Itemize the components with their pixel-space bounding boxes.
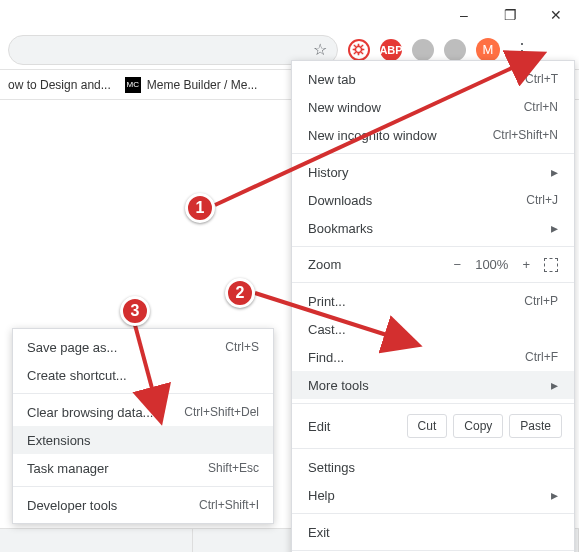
- separator: [292, 448, 574, 449]
- chrome-menu: New tabCtrl+T New windowCtrl+N New incog…: [291, 60, 575, 552]
- menu-new-tab[interactable]: New tabCtrl+T: [292, 65, 574, 93]
- menu-new-window-shortcut: Ctrl+N: [524, 100, 558, 114]
- menu-incognito-label: New incognito window: [308, 128, 493, 143]
- address-bar[interactable]: ☆: [8, 35, 338, 65]
- menu-find-label: Find...: [308, 350, 525, 365]
- window-controls: – ❐ ✕: [441, 0, 579, 30]
- menu-exit-label: Exit: [308, 525, 558, 540]
- menu-print-shortcut: Ctrl+P: [524, 294, 558, 308]
- bookmark-2-label: Meme Builder / Me...: [147, 78, 258, 92]
- menu-more-tools[interactable]: More tools▸: [292, 371, 574, 399]
- separator: [292, 153, 574, 154]
- menu-cast-label: Cast...: [308, 322, 558, 337]
- menu-zoom: Zoom − 100% +: [292, 251, 574, 278]
- menu-new-tab-shortcut: Ctrl+T: [525, 72, 558, 86]
- submenu-dev-label: Developer tools: [27, 498, 199, 513]
- menu-find-shortcut: Ctrl+F: [525, 350, 558, 364]
- separator: [292, 403, 574, 404]
- submenu-arrow-icon: ▸: [551, 164, 558, 180]
- submenu-save-label: Save page as...: [27, 340, 225, 355]
- annotation-badge-3: 3: [120, 296, 150, 326]
- menu-history[interactable]: History▸: [292, 158, 574, 186]
- menu-help[interactable]: Help▸: [292, 481, 574, 509]
- bookmark-1-label: ow to Design and...: [8, 78, 111, 92]
- zoom-value: 100%: [475, 257, 508, 272]
- menu-exit[interactable]: Exit: [292, 518, 574, 546]
- menu-downloads[interactable]: DownloadsCtrl+J: [292, 186, 574, 214]
- submenu-arrow-icon: ▸: [551, 220, 558, 236]
- more-tools-submenu: Save page as...Ctrl+S Create shortcut...…: [12, 328, 274, 524]
- menu-new-tab-label: New tab: [308, 72, 525, 87]
- submenu-task-manager[interactable]: Task managerShift+Esc: [13, 454, 273, 482]
- menu-incognito-shortcut: Ctrl+Shift+N: [493, 128, 558, 142]
- extension-icon-4[interactable]: [444, 39, 466, 61]
- submenu-task-shortcut: Shift+Esc: [208, 461, 259, 475]
- ublock-icon[interactable]: ⛭: [348, 39, 370, 61]
- menu-edit: Edit Cut Copy Paste: [292, 408, 574, 444]
- separator: [292, 513, 574, 514]
- annotation-badge-2: 2: [225, 278, 255, 308]
- maximize-button[interactable]: ❐: [487, 0, 533, 30]
- menu-edit-label: Edit: [304, 419, 401, 434]
- menu-help-label: Help: [308, 488, 551, 503]
- menu-bookmarks[interactable]: Bookmarks▸: [292, 214, 574, 242]
- submenu-clear-data[interactable]: Clear browsing data...Ctrl+Shift+Del: [13, 398, 273, 426]
- submenu-shortcut-label: Create shortcut...: [27, 368, 259, 383]
- separator: [292, 246, 574, 247]
- menu-downloads-shortcut: Ctrl+J: [526, 193, 558, 207]
- menu-zoom-label: Zoom: [308, 257, 442, 272]
- profile-avatar[interactable]: M: [476, 38, 500, 62]
- cut-button[interactable]: Cut: [407, 414, 448, 438]
- bookmark-star-icon[interactable]: ☆: [313, 40, 327, 59]
- fullscreen-icon[interactable]: [544, 258, 558, 272]
- submenu-arrow-icon: ▸: [551, 487, 558, 503]
- extension-icons: ⛭ ABP M ⋮: [348, 38, 534, 62]
- menu-print-label: Print...: [308, 294, 524, 309]
- submenu-arrow-icon: ▸: [551, 377, 558, 393]
- submenu-task-label: Task manager: [27, 461, 208, 476]
- submenu-create-shortcut[interactable]: Create shortcut...: [13, 361, 273, 389]
- menu-kebab-icon[interactable]: ⋮: [510, 39, 534, 61]
- bookmark-2[interactable]: MC Meme Builder / Me...: [125, 77, 258, 93]
- abp-icon[interactable]: ABP: [380, 39, 402, 61]
- menu-incognito[interactable]: New incognito windowCtrl+Shift+N: [292, 121, 574, 149]
- menu-print[interactable]: Print...Ctrl+P: [292, 287, 574, 315]
- menu-new-window[interactable]: New windowCtrl+N: [292, 93, 574, 121]
- menu-downloads-label: Downloads: [308, 193, 526, 208]
- submenu-dev-shortcut: Ctrl+Shift+I: [199, 498, 259, 512]
- submenu-clear-shortcut: Ctrl+Shift+Del: [184, 405, 259, 419]
- zoom-out-button[interactable]: −: [454, 257, 462, 272]
- menu-bookmarks-label: Bookmarks: [308, 221, 551, 236]
- annotation-badge-1: 1: [185, 193, 215, 223]
- menu-settings[interactable]: Settings: [292, 453, 574, 481]
- separator: [292, 550, 574, 551]
- zoom-in-button[interactable]: +: [522, 257, 530, 272]
- copy-button[interactable]: Copy: [453, 414, 503, 438]
- submenu-extensions[interactable]: Extensions: [13, 426, 273, 454]
- submenu-clear-label: Clear browsing data...: [27, 405, 184, 420]
- paste-button[interactable]: Paste: [509, 414, 562, 438]
- minimize-button[interactable]: –: [441, 0, 487, 30]
- separator: [292, 282, 574, 283]
- menu-cast[interactable]: Cast...: [292, 315, 574, 343]
- menu-history-label: History: [308, 165, 551, 180]
- bookmark-2-favicon: MC: [125, 77, 141, 93]
- close-button[interactable]: ✕: [533, 0, 579, 30]
- submenu-extensions-label: Extensions: [27, 433, 259, 448]
- extension-icon-3[interactable]: [412, 39, 434, 61]
- submenu-save-shortcut: Ctrl+S: [225, 340, 259, 354]
- separator: [13, 486, 273, 487]
- bookmark-1[interactable]: ow to Design and...: [8, 78, 111, 92]
- submenu-developer-tools[interactable]: Developer toolsCtrl+Shift+I: [13, 491, 273, 519]
- separator: [13, 393, 273, 394]
- menu-settings-label: Settings: [308, 460, 558, 475]
- submenu-save-page[interactable]: Save page as...Ctrl+S: [13, 333, 273, 361]
- menu-find[interactable]: Find...Ctrl+F: [292, 343, 574, 371]
- menu-new-window-label: New window: [308, 100, 524, 115]
- menu-more-tools-label: More tools: [308, 378, 551, 393]
